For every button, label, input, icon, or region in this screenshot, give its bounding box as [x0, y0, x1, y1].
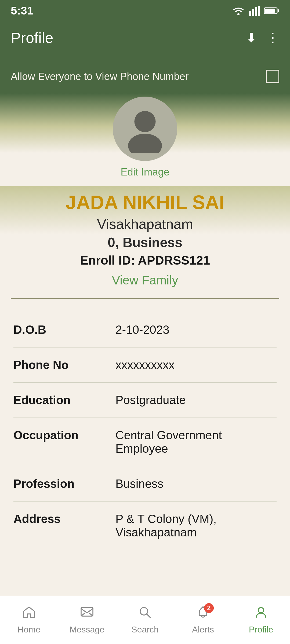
search-svg — [138, 605, 152, 619]
profile-info: JADA NIKHIL SAI Visakhapatnam 0, Busines… — [0, 186, 290, 307]
profile-name: JADA NIKHIL SAI — [66, 191, 224, 213]
view-family-link[interactable]: View Family — [112, 273, 178, 287]
detail-rows-container: D.O.B2-10-2023Phone NoxxxxxxxxxxEducatio… — [13, 312, 277, 550]
profile-nav-label: Profile — [249, 625, 273, 635]
svg-rect-1 — [249, 11, 251, 16]
detail-value-occupation: Central Government Employee — [115, 429, 277, 455]
phone-visibility-row: Allow Everyone to View Phone Number — [11, 64, 279, 91]
svg-point-13 — [258, 608, 264, 613]
nav-item-search[interactable]: Search — [116, 605, 174, 635]
detail-row: OccupationCentral Government Employee — [13, 418, 277, 466]
home-icon — [22, 605, 36, 623]
detail-value-address: P & T Colony (VM), Visakhapatnam — [115, 512, 277, 539]
profile-city: Visakhapatnam — [97, 216, 193, 232]
details-section: D.O.B2-10-2023Phone NoxxxxxxxxxxEducatio… — [0, 307, 290, 555]
edit-image-link[interactable]: Edit Image — [121, 166, 169, 178]
phone-visibility-checkbox[interactable] — [266, 70, 279, 83]
header-actions: ⬇ ⋮ — [246, 30, 279, 45]
svg-rect-3 — [255, 7, 257, 16]
detail-value-education: Postgraduate — [115, 393, 277, 407]
detail-row: AddressP & T Colony (VM), Visakhapatnam — [13, 502, 277, 550]
alerts-label: Alerts — [192, 625, 214, 635]
svg-point-8 — [134, 111, 155, 132]
profile-svg — [254, 605, 268, 619]
avatar[interactable] — [113, 97, 177, 161]
search-label: Search — [131, 625, 158, 635]
svg-point-9 — [128, 134, 162, 153]
avatar-image — [121, 105, 169, 153]
download-icon[interactable]: ⬇ — [246, 30, 257, 45]
home-svg — [22, 605, 36, 619]
detail-row: EducationPostgraduate — [13, 383, 277, 418]
detail-row: Phone Noxxxxxxxxxx — [13, 347, 277, 383]
detail-row: ProfessionBusiness — [13, 466, 277, 502]
section-divider — [11, 298, 279, 299]
bottom-navigation: Home Message Search — [0, 596, 290, 644]
profile-enroll-id: Enroll ID: APDRSS121 — [80, 253, 210, 268]
detail-row: D.O.B2-10-2023 — [13, 312, 277, 347]
nav-item-profile[interactable]: Profile — [232, 605, 290, 635]
svg-rect-6 — [265, 9, 275, 13]
signal-icon — [249, 6, 260, 16]
message-svg — [80, 605, 94, 619]
message-icon — [80, 605, 94, 623]
app-header: Profile ⬇ ⋮ — [0, 21, 290, 54]
detail-value-profession: Business — [115, 477, 277, 491]
wifi-icon — [232, 6, 245, 16]
more-options-icon[interactable]: ⋮ — [266, 30, 279, 45]
detail-label-d.o.b: D.O.B — [13, 323, 115, 336]
detail-label-profession: Profession — [13, 477, 115, 491]
svg-point-0 — [237, 13, 240, 15]
alerts-icon: 2 2 — [196, 605, 210, 623]
svg-rect-4 — [258, 6, 260, 16]
status-bar: 5:31 — [0, 0, 290, 21]
profile-nav-icon — [254, 605, 268, 623]
phone-visibility-label: Allow Everyone to View Phone Number — [11, 71, 189, 82]
detail-label-education: Education — [13, 393, 115, 407]
svg-rect-7 — [278, 9, 279, 12]
alerts-badge: 2 — [204, 603, 214, 613]
detail-label-address: Address — [13, 512, 115, 526]
home-label: Home — [17, 625, 40, 635]
nav-item-alerts[interactable]: 2 2 Alerts — [174, 605, 232, 635]
detail-value-d.o.b: 2-10-2023 — [115, 323, 277, 336]
detail-value-phone-no: xxxxxxxxxx — [115, 358, 277, 372]
status-time: 5:31 — [11, 4, 33, 17]
profile-category: 0, Business — [108, 235, 182, 250]
detail-label-phone-no: Phone No — [13, 358, 115, 372]
avatar-section: Edit Image — [11, 91, 279, 186]
detail-label-occupation: Occupation — [13, 429, 115, 442]
nav-item-message[interactable]: Message — [58, 605, 116, 635]
search-icon — [138, 605, 152, 623]
page-title: Profile — [11, 29, 53, 46]
nav-item-home[interactable]: Home — [0, 605, 58, 635]
svg-rect-2 — [252, 9, 254, 16]
battery-icon — [264, 7, 279, 15]
message-label: Message — [70, 625, 104, 635]
main-content: Allow Everyone to View Phone Number Edit… — [0, 54, 290, 596]
status-icons — [232, 6, 279, 16]
profile-header-bg: Allow Everyone to View Phone Number Edit… — [0, 54, 290, 186]
